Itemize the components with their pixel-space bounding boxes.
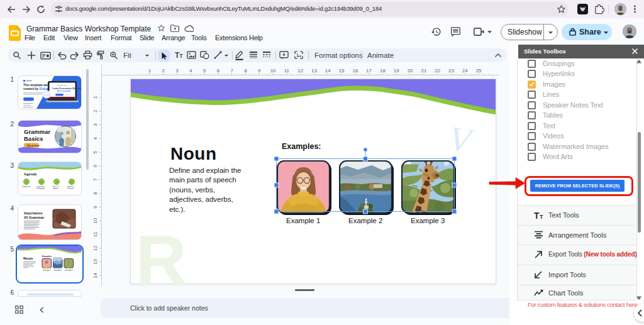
svg-text:T: T xyxy=(534,211,540,220)
svg-text:Example 2: Example 2 xyxy=(54,269,62,272)
svg-text:10: 10 xyxy=(92,218,98,223)
svg-text:3: 3 xyxy=(56,181,57,184)
svg-text:18: 18 xyxy=(380,68,386,74)
svg-text:1: 1 xyxy=(92,96,98,99)
svg-text:23: 23 xyxy=(448,68,454,74)
svg-text:T: T xyxy=(540,214,543,220)
svg-text:14: 14 xyxy=(92,272,98,278)
svg-text:Example 3: Example 3 xyxy=(65,269,74,272)
svg-text:21: 21 xyxy=(421,68,426,74)
svg-text:4: 4 xyxy=(92,137,98,140)
svg-text:Importance: Importance xyxy=(24,211,43,215)
svg-text:4: 4 xyxy=(189,68,192,74)
svg-text:Examples:: Examples: xyxy=(42,255,52,258)
svg-text:12: 12 xyxy=(92,245,98,251)
svg-text:10: 10 xyxy=(270,68,276,74)
svg-text:25: 25 xyxy=(476,68,482,74)
svg-text:Grammar: Grammar xyxy=(24,128,51,135)
svg-text:15: 15 xyxy=(339,68,345,74)
svg-text:11: 11 xyxy=(92,231,98,237)
svg-text:1: 1 xyxy=(148,68,152,74)
svg-text:22: 22 xyxy=(435,68,440,74)
svg-text:4: 4 xyxy=(71,181,72,184)
svg-text:AI in seconds: AI in seconds xyxy=(57,90,71,92)
svg-text:12: 12 xyxy=(297,68,303,74)
svg-text:2: 2 xyxy=(92,109,98,113)
svg-text:Agenda: Agenda xyxy=(24,172,37,176)
svg-text:2: 2 xyxy=(41,181,42,184)
svg-text:13: 13 xyxy=(92,259,98,265)
svg-text:This template was: This template was xyxy=(23,84,50,87)
svg-text:9: 9 xyxy=(92,206,98,209)
svg-text:24: 24 xyxy=(462,68,468,74)
svg-text:Example 1: Example 1 xyxy=(43,269,52,272)
svg-text:6: 6 xyxy=(217,68,220,74)
svg-text:8: 8 xyxy=(92,192,98,195)
svg-text:6: 6 xyxy=(92,164,98,167)
svg-text:Of Grammar: Of Grammar xyxy=(24,216,45,219)
svg-text:7: 7 xyxy=(92,178,98,181)
svg-text:5: 5 xyxy=(203,68,206,74)
svg-text:13: 13 xyxy=(311,68,317,74)
svg-text:19: 19 xyxy=(394,68,399,74)
svg-text:20: 20 xyxy=(408,68,413,74)
svg-text:Structure: Structure xyxy=(67,187,74,190)
svg-text:Basics: Basics xyxy=(24,135,43,142)
svg-text:9: 9 xyxy=(258,68,261,74)
svg-text:3: 3 xyxy=(175,68,179,74)
svg-text:created by Slidesgo: created by Slidesgo xyxy=(23,87,52,91)
svg-text:7: 7 xyxy=(230,68,233,74)
svg-text:Workshop: Workshop xyxy=(27,144,40,147)
svg-text:Speech: Speech xyxy=(53,187,58,190)
svg-text:Create Presentation Slides wit: Create Presentation Slides with xyxy=(52,87,81,90)
svg-text:2: 2 xyxy=(162,68,165,74)
svg-text:of Grammar: of Grammar xyxy=(36,187,45,190)
svg-text:Introduction: Introduction xyxy=(22,185,31,188)
svg-text:11: 11 xyxy=(284,68,290,74)
svg-text:8: 8 xyxy=(244,68,247,74)
svg-text:3: 3 xyxy=(92,123,98,126)
svg-text:1: 1 xyxy=(26,181,27,184)
svg-text:16: 16 xyxy=(352,68,358,74)
svg-text:Noun: Noun xyxy=(23,256,33,260)
svg-text:14: 14 xyxy=(325,68,331,74)
svg-text:17: 17 xyxy=(366,68,372,74)
svg-text:5: 5 xyxy=(92,150,98,153)
